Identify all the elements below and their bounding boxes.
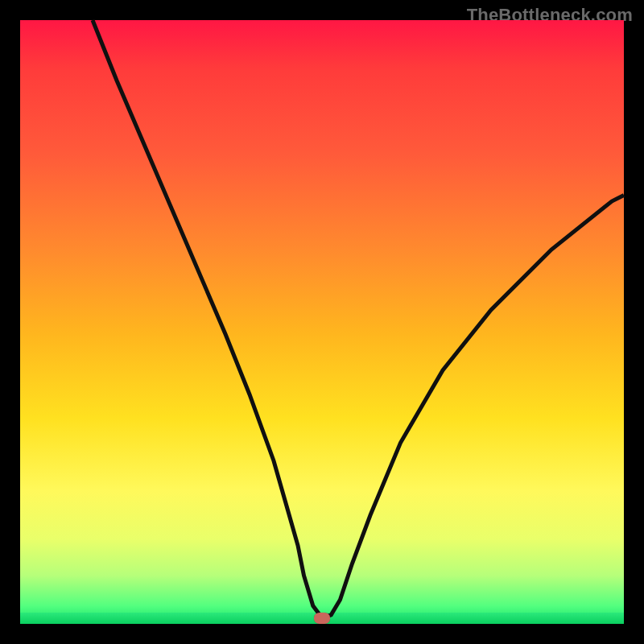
plot-area: [20, 20, 624, 624]
bottleneck-curve: [20, 20, 624, 624]
optimal-point-marker: [314, 613, 330, 624]
curve-path: [93, 20, 624, 618]
chart-frame: TheBottleneck.com: [0, 0, 644, 644]
